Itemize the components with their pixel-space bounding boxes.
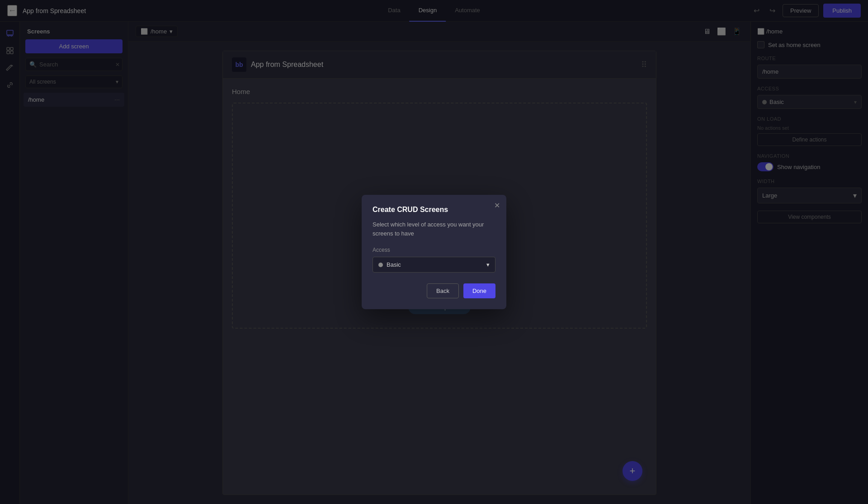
modal-select-chevron-icon: ▾ xyxy=(486,261,490,268)
modal-access-value: Basic xyxy=(387,261,401,268)
modal-overlay[interactable]: ✕ Create CRUD Screens Select which level… xyxy=(0,0,868,504)
modal-select-left: Basic xyxy=(378,261,401,268)
modal-access-select[interactable]: Basic ▾ xyxy=(373,257,495,273)
done-button[interactable]: Done xyxy=(463,283,495,298)
modal-close-button[interactable]: ✕ xyxy=(494,201,500,210)
modal-select-dot-icon xyxy=(378,263,383,267)
modal-title: Create CRUD Screens xyxy=(373,206,495,214)
crud-modal: ✕ Create CRUD Screens Select which level… xyxy=(362,195,506,309)
modal-access-label: Access xyxy=(373,247,495,253)
modal-buttons: Back Done xyxy=(373,283,495,298)
modal-description: Select which level of access you want yo… xyxy=(373,220,495,238)
back-button[interactable]: Back xyxy=(427,283,459,298)
